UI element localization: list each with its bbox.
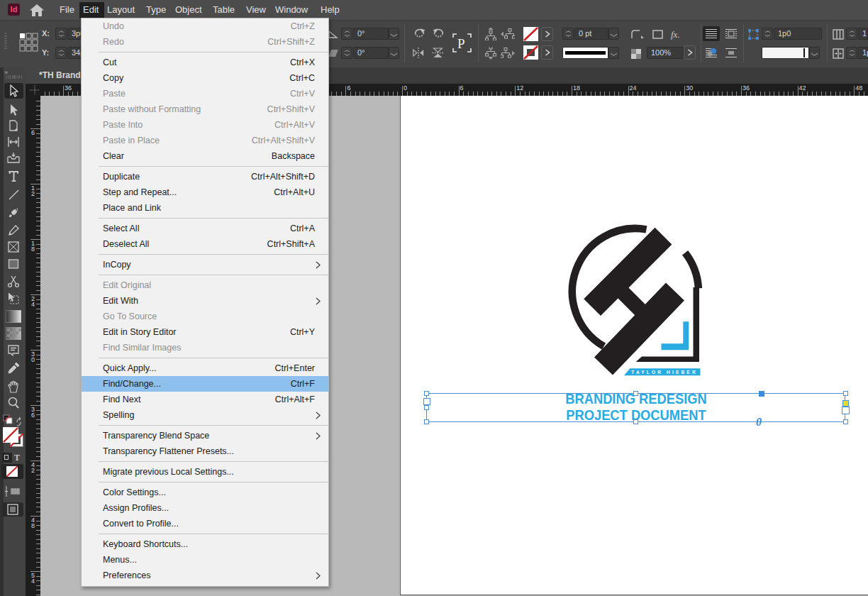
svg-text:P: P (457, 36, 465, 51)
svg-text:TAYLOR HIEBER: TAYLOR HIEBER (631, 370, 698, 375)
